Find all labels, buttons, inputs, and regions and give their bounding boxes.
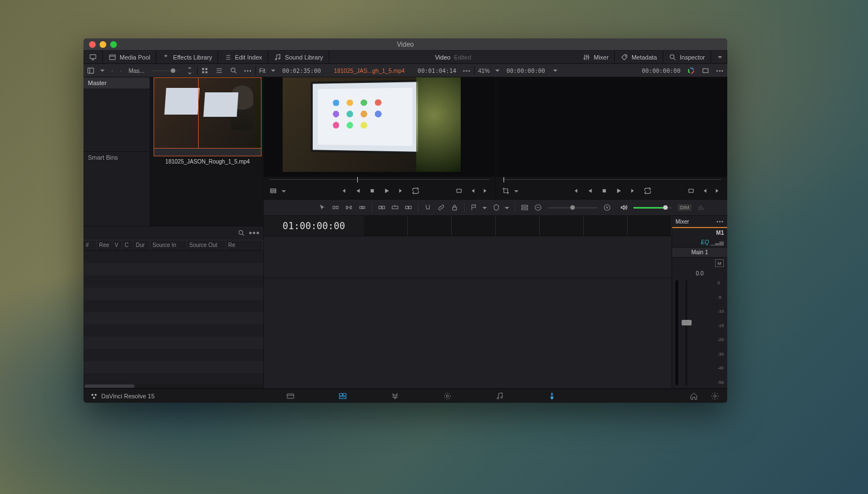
clip-scrub-playhead[interactable]	[198, 77, 199, 149]
mixer-options-button[interactable]: •••	[716, 219, 724, 225]
channel-fader[interactable]: 0-5-10-15-20-30-40-50	[672, 280, 727, 385]
clip-thumbnail[interactable]: 181025_JASON_Rough_1_5.mp4	[154, 77, 262, 165]
thumbnail-size-slider[interactable]	[148, 64, 183, 77]
volume-slider[interactable]	[633, 207, 672, 209]
mixer-button[interactable]: Mixer	[577, 51, 615, 63]
source-screen[interactable]	[264, 77, 495, 177]
media-pool-grid[interactable]: 181025_JASON_Rough_1_5.mp4	[150, 77, 263, 226]
col-reel[interactable]: Ree	[97, 240, 112, 250]
source-jog-bar[interactable]	[269, 177, 490, 182]
deliver-page-button[interactable]	[548, 392, 556, 401]
play-button[interactable]	[615, 187, 623, 195]
zoom-slider[interactable]	[548, 207, 598, 209]
sound-library-button[interactable]: Sound Library	[268, 51, 329, 63]
fairlight-page-button[interactable]	[495, 392, 504, 401]
expand-dropdown-button[interactable]	[711, 51, 727, 63]
color-page-button[interactable]	[443, 392, 452, 401]
replace-clip-button[interactable]	[405, 204, 412, 211]
flag-dropdown-button[interactable]	[470, 204, 478, 211]
mute-button[interactable]: M	[715, 259, 724, 267]
thumbnail-view-button[interactable]	[198, 64, 212, 77]
mark-out-button[interactable]	[714, 187, 722, 195]
col-record[interactable]: Re	[226, 240, 263, 250]
source-mode-dropdown[interactable]	[269, 186, 286, 196]
edit-page-button[interactable]	[338, 392, 347, 401]
media-pool-button[interactable]: Media Pool	[103, 51, 156, 63]
timeline-ruler[interactable]	[364, 216, 672, 236]
col-c[interactable]: C	[122, 240, 134, 250]
col-dur[interactable]: Dur	[134, 240, 150, 250]
dynamic-trim-button[interactable]	[345, 204, 353, 211]
timeline-timecode[interactable]: 01:00:00:00	[264, 216, 364, 236]
col-source-in[interactable]: Source In	[150, 240, 187, 250]
link-button[interactable]	[437, 204, 445, 211]
col-source-out[interactable]: Source Out	[187, 240, 226, 250]
close-window-button[interactable]	[89, 41, 96, 48]
reverse-play-button[interactable]	[586, 187, 594, 195]
index-options-button[interactable]: •••	[249, 228, 260, 238]
fader-knob[interactable]	[682, 320, 692, 325]
blade-tool-button[interactable]	[358, 204, 366, 211]
position-lock-button[interactable]	[451, 204, 458, 211]
col-v[interactable]: V	[112, 240, 122, 250]
marker-dropdown-button[interactable]	[492, 204, 500, 211]
fullscreen-viewer-button[interactable]	[83, 51, 103, 63]
stop-button[interactable]	[600, 187, 608, 195]
mark-out-button[interactable]	[482, 187, 490, 195]
stop-button[interactable]	[368, 187, 376, 195]
mark-in-button[interactable]	[701, 187, 708, 195]
volume-icon[interactable]	[620, 204, 628, 211]
snapping-button[interactable]	[424, 204, 432, 211]
timeline-screen[interactable]	[496, 77, 728, 177]
list-view-button[interactable]	[212, 64, 226, 77]
history-forward-button[interactable]: ›	[117, 64, 126, 77]
clip-thumbnail-image[interactable]	[154, 77, 262, 149]
timeline-jog-bar[interactable]	[502, 177, 722, 182]
sort-button[interactable]	[183, 64, 197, 77]
insert-clip-button[interactable]	[378, 204, 386, 211]
fullscreen-window-button[interactable]	[110, 41, 117, 48]
mark-in-button[interactable]	[468, 187, 476, 195]
trim-tool-button[interactable]	[332, 204, 339, 211]
effects-library-button[interactable]: Effects Library	[156, 51, 218, 63]
timeline-view-options-button[interactable]	[521, 204, 529, 211]
reverse-play-button[interactable]	[354, 187, 362, 195]
selection-tool-button[interactable]	[318, 204, 326, 211]
single-viewer-button[interactable]	[698, 64, 713, 77]
col-number[interactable]: #	[83, 240, 97, 250]
timeline-mode-dropdown[interactable]	[502, 186, 519, 196]
overwrite-clip-button[interactable]	[391, 204, 399, 211]
home-button[interactable]	[689, 392, 698, 401]
record-viewer-options-button[interactable]: •••	[713, 64, 727, 77]
match-frame-button[interactable]	[455, 187, 463, 195]
index-column-headers[interactable]: # Ree V C Dur Source In Source Out Re	[83, 240, 263, 251]
window-titlebar[interactable]: Video	[83, 38, 727, 51]
metadata-button[interactable]: Metadata	[615, 51, 663, 63]
media-options-button[interactable]: •••	[241, 64, 255, 77]
fusion-page-button[interactable]	[391, 392, 400, 401]
chevron-down-icon[interactable]	[551, 67, 558, 74]
horizontal-scrollbar[interactable]	[83, 384, 263, 388]
dim-button[interactable]: DIM	[678, 204, 692, 211]
meters-button[interactable]	[697, 204, 705, 211]
timeline-tracks[interactable]	[264, 236, 672, 388]
color-viewer-button[interactable]	[684, 64, 698, 77]
media-page-button[interactable]	[286, 392, 295, 401]
zoom-in-button[interactable]	[603, 204, 611, 211]
search-media-button[interactable]	[226, 64, 241, 77]
zoom-out-button[interactable]	[534, 204, 542, 211]
timeline-zoom-dropdown[interactable]: 41%	[475, 64, 503, 77]
bin-master[interactable]: Master	[83, 77, 150, 88]
loop-button[interactable]	[412, 187, 420, 195]
search-icon[interactable]	[238, 229, 245, 237]
viewer-fit-dropdown[interactable]: Fit	[256, 64, 279, 77]
match-frame-button[interactable]	[687, 187, 695, 195]
inspector-button[interactable]: Inspector	[663, 51, 711, 63]
source-viewer-options-button[interactable]: •••	[460, 64, 474, 77]
mixer-eq-button[interactable]: EQ ▁▃▅	[672, 238, 727, 247]
bin-path-label[interactable]: Mas...	[125, 64, 148, 77]
project-settings-button[interactable]	[711, 392, 719, 401]
minimize-window-button[interactable]	[100, 41, 106, 48]
history-back-button[interactable]: ‹	[108, 64, 117, 77]
sidebar-toggle-button[interactable]	[83, 64, 108, 77]
